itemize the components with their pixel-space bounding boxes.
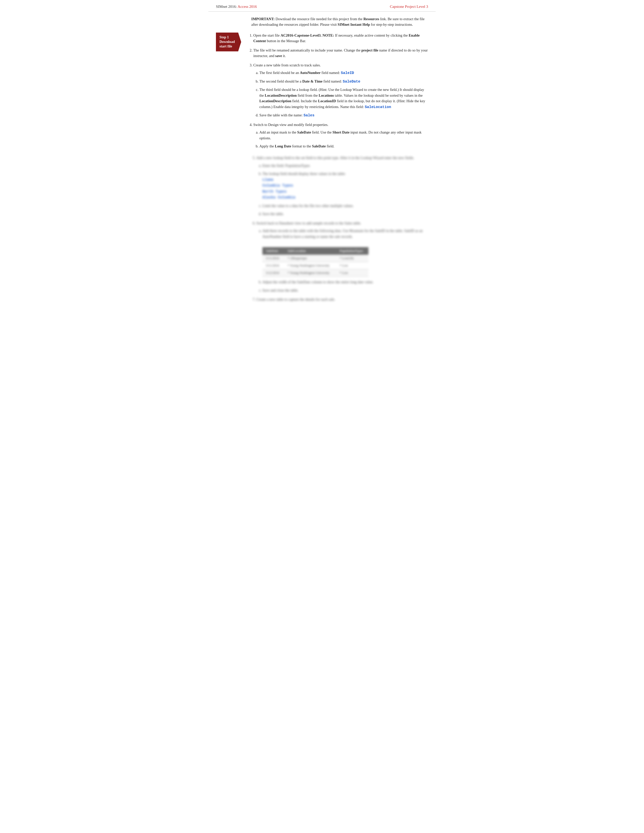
blurred-item6-sub-ol: Add three records to the table with the … [256,228,428,293]
item3a-field: SaleID [341,71,354,75]
blurred-item7-text: Create a new table to capture the detail… [256,298,335,301]
instructions-list: Open the start file AC2016-Capstone-Leve… [248,32,428,153]
blurred-item-5: Add a new lookup field to the set field … [256,155,428,217]
item2-bold2: save [275,54,282,58]
blurred-item5-sub-c: Limit the value to a data for the file t… [262,203,428,209]
table-cell-1-2: * Albuquerque [284,255,336,262]
item3c-bold2: Locations [319,93,334,97]
table-cell-2-1: 5/11/2016 [262,262,284,269]
item1-button-text: button in the Message Bar. [266,39,306,43]
item3c-bold4: LocationID [318,99,336,103]
instruction-item-2: The file will be renamed automatically t… [253,47,428,59]
table-row: 5/12/2016 * Young Washington University … [262,269,369,277]
blurred-6c-text: Save and close the table. [262,288,298,292]
blurred-item6-text: Switch back to Datasheet view to add sam… [256,221,361,225]
step-badge: Step 1 Download start file [216,32,241,51]
blurred-item6-sub-b: Adjust the width of the SaleDate column … [262,279,428,285]
blurred-item5-sub-ol: Enter the field: PopulationTypes The loo… [256,163,428,217]
blurred-5d-text: Save the table. [262,212,284,216]
table-cell-2-3: * Low [336,262,369,269]
simnet-label: SIMnet 2016: [216,5,238,9]
item3b-field: SaleDate [343,79,361,84]
step-area: Step 1 Download start file Open the star… [216,32,428,153]
blurred-section: Add a new lookup field to the set field … [251,155,428,302]
item4b-text3: field. [326,144,334,148]
blurred-item-7: Create a new table to capture the detail… [256,297,428,302]
item4b-text1: Apply the [259,144,275,148]
blurred-5b-text: The lookup field should display three va… [262,172,346,176]
item3-sub-c: The third field should be a lookup field… [259,87,428,110]
instruction-item-1: Open the start file AC2016-Capstone-Leve… [253,32,428,44]
item4-sub-a: Add an input mask to the SaleDate field.… [259,130,428,141]
table-row: 5/11/2016 * Albuquerque * Low(18) [262,255,369,262]
item1-note-label: . NOTE: [321,33,334,37]
important-text1: Download the resource file needed for th… [275,17,364,21]
item3d-field: Sales [304,113,315,117]
table-cell-2-2: * Young Washington University [284,262,336,269]
item3b-bold1: Date & Time [302,79,322,83]
item2-text3: it. [282,54,286,58]
blurred-6b-text: Adjust the width of the SaleDate column … [262,280,374,284]
instruction-item-3: Create a new table from scratch to track… [253,62,428,118]
item3c-text2: field from the [297,93,319,97]
table-cell-3-3: * Low [336,269,369,277]
table-header-2: SaleLocation [284,247,336,255]
step-line3: start file [219,44,237,49]
header-left: SIMnet 2016: Access 2016 [216,5,257,9]
item3c-field: SaleLocation [365,105,391,109]
blurred-item5-sub-a: Enter the field: PopulationTypes [262,163,428,168]
item3c-text3: table. Values in the lookup should be so… [334,93,422,97]
item3-sub-d: Save the table with the name: Sales [259,113,428,118]
blurred-table: SaleDate SaleLocation PopulationTypes 5/… [262,247,369,277]
blurred-item6-sub-a: Add three records to the table with the … [262,228,428,277]
table-cell-3-2: * Young Washington University [284,269,336,277]
table-cell-1-3: * Low(18) [336,255,369,262]
simnet-help-label: SIMnet Instant Help [338,23,370,26]
item3-text: Create a new table from scratch to track… [253,63,321,67]
blurred-item5-sub-d: Save the table. [262,211,428,217]
item3-sub-b: The second field should be a Date & Time… [259,79,428,84]
instruction-item-4: Switch to Design view and modify field p… [253,122,428,149]
important-notice: IMPORTANT: Download the resource file ne… [251,16,428,27]
item3d-text1: Save the table with the name: [259,113,304,117]
item4-sub-ol: Add an input mask to the SaleDate field.… [253,130,428,149]
page-header: SIMnet 2016: Access 2016 Capstone Projec… [208,0,436,11]
blurred-item5-sub-b: The lookup field should display three va… [262,171,428,200]
step-line2: Download [219,40,237,44]
blurred-5c-text: Limit the value to a data for the file t… [262,204,354,208]
blurred-item6-sub-c: Save and close the table. [262,288,428,293]
item3a-bold1: AutoNumber [300,71,320,75]
main-ol: Open the start file AC2016-Capstone-Leve… [248,32,428,149]
blurred-item5-text: Add a new lookup field to the set field … [256,156,414,160]
item2-text1: The file will be renamed automatically t… [253,48,361,52]
resources-label: Resources [364,17,379,21]
capstone-title: Capstone Project Level 3 [390,5,428,9]
blurred-ol: Add a new lookup field to the set field … [251,155,428,302]
blurred-lookup-2: Columbia Types [262,183,293,188]
item3c-bold3: LocationDescription [259,99,291,103]
item3b-text2: field named: [322,79,343,83]
blurred-lookup-3: North Types [262,190,287,194]
item3-sub-a: The first field should be an AutoNumber … [259,70,428,76]
blurred-5a-text: Enter the field: PopulationTypes [262,164,310,167]
item4b-bold3: SaleDate [312,144,326,148]
item1-prefix: Open the start file [253,33,280,37]
item4a-bold2: Short Date [333,130,349,134]
table-row: 5/11/2016 * Young Washington University … [262,262,369,269]
item3a-text1: The first field should be an [259,71,300,75]
item1-note-text: If necessary, enable active content by c… [334,33,409,37]
item3-sub-ol: The first field should be an AutoNumber … [253,70,428,118]
blurred-6a-text: Add three records to the table with the … [262,229,423,238]
item2-bold1: project file [361,48,378,52]
step-line1: Step 1 [219,35,237,40]
table-header-3: PopulationTypes [336,247,369,255]
main-content: IMPORTANT: Download the resource file ne… [208,16,436,314]
blurred-lookup-4: Alaska Columbia [262,195,295,199]
item4a-text2: field. Use the [311,130,333,134]
item4b-text2: format to the [291,144,312,148]
blurred-item-6: Switch back to Datasheet view to add sam… [256,220,428,293]
table-cell-3-1: 5/12/2016 [262,269,284,277]
item3c-bold1: LocationDescription [265,93,296,97]
blurred-content-area: Add a new lookup field to the set field … [251,155,428,302]
item4-text: Switch to Design view and modify field p… [253,123,328,127]
